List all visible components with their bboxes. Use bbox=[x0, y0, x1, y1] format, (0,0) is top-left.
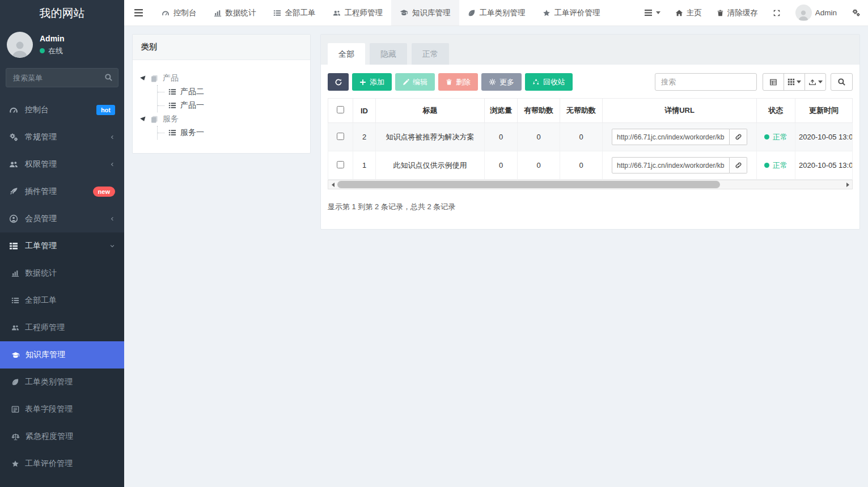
sidebar-subitem-order-categories[interactable]: 工单类别管理 bbox=[0, 369, 124, 396]
detail-url-input[interactable] bbox=[612, 129, 730, 145]
table-row[interactable]: 1 此知识点仅供示例使用 0 0 0 正常 bbox=[328, 151, 853, 180]
sidebar-toggle-button[interactable] bbox=[124, 0, 153, 26]
recycle-bin-button[interactable]: 回收站 bbox=[525, 73, 573, 91]
link-icon bbox=[735, 162, 742, 169]
columns-button[interactable] bbox=[784, 73, 805, 91]
table-search-input[interactable] bbox=[655, 73, 757, 91]
topbar-tab-engineers[interactable]: 工程师管理 bbox=[324, 0, 392, 26]
edit-label: 编辑 bbox=[413, 77, 427, 87]
tab-all[interactable]: 全部 bbox=[328, 43, 365, 65]
clear-cache-button[interactable]: 清除缓存 bbox=[709, 0, 765, 26]
col-id[interactable]: ID bbox=[353, 99, 376, 123]
sidebar-subitem-urgency[interactable]: 紧急程度管理 bbox=[0, 423, 124, 450]
topbar-tab-label: 全部工单 bbox=[285, 8, 316, 18]
tree-node-service[interactable]: 服务 bbox=[141, 112, 302, 126]
topbar-tab-dashboard[interactable]: 控制台 bbox=[153, 0, 205, 26]
category-tree: 产品 产品二 产品一 服务 bbox=[133, 60, 310, 153]
menu-search-input[interactable] bbox=[6, 68, 118, 87]
tree-node-product-1[interactable]: 产品一 bbox=[158, 99, 302, 112]
row-checkbox[interactable] bbox=[337, 161, 344, 168]
sidebar-item-general[interactable]: 常规管理 bbox=[0, 124, 124, 151]
edit-button[interactable]: 编辑 bbox=[395, 73, 435, 91]
sidebar-item-members[interactable]: 会员管理 bbox=[0, 205, 124, 232]
sidebar-subitem-order-ratings[interactable]: 工单评价管理 bbox=[0, 450, 124, 477]
sidebar-item-dashboard[interactable]: 控制台 hot bbox=[0, 96, 124, 124]
topbar-tab-knowledge-base[interactable]: 知识库管理 bbox=[391, 0, 459, 26]
tree-node-label[interactable]: 产品二 bbox=[180, 87, 204, 97]
settings-button[interactable] bbox=[844, 0, 868, 26]
sidebar-item-label: 工单管理 bbox=[25, 241, 57, 251]
cell-id: 2 bbox=[353, 123, 376, 151]
export-icon bbox=[808, 78, 816, 86]
topbar-tab-order-categories[interactable]: 工单类别管理 bbox=[459, 0, 534, 26]
sidebar-item-permissions[interactable]: 权限管理 bbox=[0, 151, 124, 178]
tree-node-label[interactable]: 服务一 bbox=[180, 128, 204, 138]
col-updated[interactable]: 更新时间 bbox=[795, 99, 853, 123]
sidebar-subitem-knowledge-base[interactable]: 知识库管理 bbox=[0, 341, 124, 369]
status-dot-icon bbox=[764, 134, 769, 139]
tree-open-arrow-icon[interactable] bbox=[140, 75, 147, 81]
tab-normal[interactable]: 正常 bbox=[412, 43, 449, 65]
col-status[interactable]: 状态 bbox=[757, 99, 795, 123]
tabs-menu-dropdown[interactable] bbox=[637, 0, 668, 26]
sidebar-subitem-label: 知识库管理 bbox=[26, 350, 65, 360]
tree-node-service-1[interactable]: 服务一 bbox=[158, 126, 302, 139]
detail-url-input[interactable] bbox=[612, 157, 730, 173]
more-button[interactable]: 更多 bbox=[481, 73, 522, 91]
star-icon bbox=[543, 9, 551, 17]
user-menu[interactable]: Admin bbox=[788, 0, 844, 26]
add-button[interactable]: 添加 bbox=[352, 73, 392, 91]
open-link-button[interactable] bbox=[730, 129, 747, 145]
card-view-icon bbox=[769, 78, 777, 86]
tree-open-arrow-icon[interactable] bbox=[140, 116, 147, 122]
sidebar-item-plugins[interactable]: 插件管理 new bbox=[0, 178, 124, 205]
workorder-menu-group: 工单管理 数据统计 全部工单 工程师管理 知识库管理 bbox=[0, 232, 124, 487]
tree-node-label[interactable]: 产品一 bbox=[180, 100, 204, 111]
open-link-button[interactable] bbox=[730, 157, 747, 173]
main-panel: 全部 隐藏 正常 添加 编辑 bbox=[320, 34, 860, 230]
status-badge[interactable]: 正常 bbox=[764, 160, 787, 171]
sidebar-subitem-engineers[interactable]: 工程师管理 bbox=[0, 314, 124, 341]
sidebar-subitem-all-orders[interactable]: 全部工单 bbox=[0, 287, 124, 314]
search-submit-button[interactable] bbox=[831, 73, 853, 91]
tree-node-product-2[interactable]: 产品二 bbox=[158, 85, 302, 99]
tab-hidden[interactable]: 隐藏 bbox=[370, 43, 407, 65]
col-unhelpful[interactable]: 无帮助数 bbox=[560, 99, 603, 123]
refresh-button[interactable] bbox=[328, 73, 349, 91]
col-views[interactable]: 浏览量 bbox=[485, 99, 518, 123]
select-all-checkbox[interactable] bbox=[337, 106, 344, 113]
export-button[interactable] bbox=[805, 73, 826, 91]
home-button[interactable]: 主页 bbox=[668, 0, 709, 26]
user-name: Admin bbox=[40, 34, 65, 43]
expand-arrows-icon bbox=[773, 9, 781, 17]
topbar-tab-statistics[interactable]: 数据统计 bbox=[205, 0, 265, 26]
tree-node-label[interactable]: 产品 bbox=[163, 73, 179, 83]
row-checkbox[interactable] bbox=[337, 133, 344, 140]
table-row[interactable]: 2 知识点将被推荐为解决方案 0 0 0 正常 bbox=[328, 123, 853, 151]
toggle-view-button[interactable] bbox=[763, 73, 784, 91]
scroll-right-arrow[interactable] bbox=[843, 180, 852, 189]
col-helpful[interactable]: 有帮助数 bbox=[518, 99, 560, 123]
col-detail-url[interactable]: 详情URL bbox=[603, 99, 757, 123]
records-table: ID 标题 浏览量 有帮助数 无帮助数 详情URL 状态 更新时间 bbox=[328, 98, 853, 180]
cell-views: 0 bbox=[485, 123, 518, 151]
sidebar-subitem-form-fields[interactable]: 表单字段管理 bbox=[0, 396, 124, 423]
hamburger-icon bbox=[134, 9, 143, 17]
status-badge[interactable]: 正常 bbox=[764, 132, 787, 142]
sidebar-item-workorders[interactable]: 工单管理 bbox=[0, 232, 124, 260]
col-title[interactable]: 标题 bbox=[376, 99, 485, 123]
delete-button[interactable]: 删除 bbox=[438, 73, 478, 91]
refresh-icon bbox=[335, 78, 342, 86]
topbar-tab-order-ratings[interactable]: 工单评价管理 bbox=[534, 0, 609, 26]
scroll-left-arrow[interactable] bbox=[328, 180, 337, 189]
home-icon bbox=[675, 9, 683, 17]
fullscreen-button[interactable] bbox=[765, 0, 788, 26]
horizontal-scrollbar[interactable] bbox=[328, 180, 853, 189]
tree-node-label[interactable]: 服务 bbox=[163, 114, 179, 124]
topbar-tab-all-orders[interactable]: 全部工单 bbox=[265, 0, 324, 26]
sidebar-subitem-statistics[interactable]: 数据统计 bbox=[0, 260, 124, 287]
menu-search bbox=[6, 68, 118, 87]
sidebar-subitem-label: 工单类别管理 bbox=[25, 377, 73, 387]
tree-node-product[interactable]: 产品 bbox=[141, 71, 302, 85]
scrollbar-thumb[interactable] bbox=[337, 181, 720, 188]
